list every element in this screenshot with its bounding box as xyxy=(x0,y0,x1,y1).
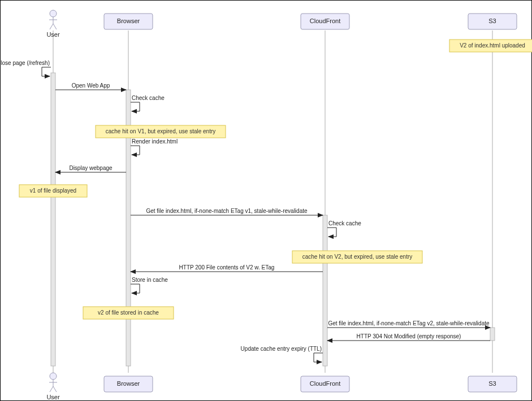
note-label: cache hit on V1, but expired, use stale … xyxy=(106,128,216,134)
message-label: Open and close page (/refresh) xyxy=(0,60,50,66)
message-label: Render index.html xyxy=(132,138,178,145)
participant-label: S3 xyxy=(488,380,496,387)
message-label: Open Web App xyxy=(72,82,110,89)
message-label: Get file index.html, if-none-match ETag … xyxy=(328,320,490,326)
svg-point-9 xyxy=(50,373,57,380)
note-label: V2 of index.html uploaded xyxy=(460,42,525,49)
note-n_s3_v2: V2 of index.html uploaded xyxy=(449,40,532,52)
actor-label: User xyxy=(46,394,60,400)
sequence-diagram: UserBrowserCloudFrontS3UserBrowserCloudF… xyxy=(0,0,532,401)
participant-cloudfront: CloudFront xyxy=(301,376,349,392)
actor-label: User xyxy=(46,31,60,38)
message-label: HTTP 200 File contents of V2 w. ETag xyxy=(179,264,275,271)
participant-s3: S3 xyxy=(468,14,517,29)
participant-s3: S3 xyxy=(468,376,517,392)
participant-browser: Browser xyxy=(104,376,153,392)
message-label: Check cache xyxy=(328,220,361,226)
participant-label: CloudFront xyxy=(310,380,340,387)
activation-user xyxy=(51,73,55,366)
note-n_v1_disp: v1 of file displayed xyxy=(19,185,87,197)
message-label: Check cache xyxy=(132,95,165,101)
note-n_hit_v1: cache hit on V1, but expired, use stale … xyxy=(96,125,226,138)
note-n_v2_store: v2 of file stored in cache xyxy=(83,307,174,319)
note-label: v1 of file displayed xyxy=(30,188,76,194)
note-label: v2 of file stored in cache xyxy=(98,310,159,316)
activation-s3 xyxy=(490,328,495,341)
participant-label: CloudFront xyxy=(310,18,340,24)
message-label: Get file index.html, if-none-match ETag … xyxy=(146,208,308,214)
participant-label: Browser xyxy=(117,380,140,387)
note-label: cache hit on V2, but expired, use stale … xyxy=(302,254,413,260)
note-n_hit_v2: cache hit on V2, but expired, use stale … xyxy=(292,251,422,263)
message-label: Display webpage xyxy=(69,165,113,171)
participant-label: Browser xyxy=(117,18,140,24)
participant-browser: Browser xyxy=(104,14,153,29)
participant-label: S3 xyxy=(488,18,496,24)
svg-point-1 xyxy=(50,10,57,17)
message-label: Store in cache xyxy=(132,277,168,283)
participant-cloudfront: CloudFront xyxy=(301,14,349,29)
activation-cloudfront xyxy=(323,215,327,366)
message-label: HTTP 304 Not Modified (empty response) xyxy=(357,333,461,339)
message-label: Update cache entry expiry (TTL) xyxy=(241,346,322,352)
